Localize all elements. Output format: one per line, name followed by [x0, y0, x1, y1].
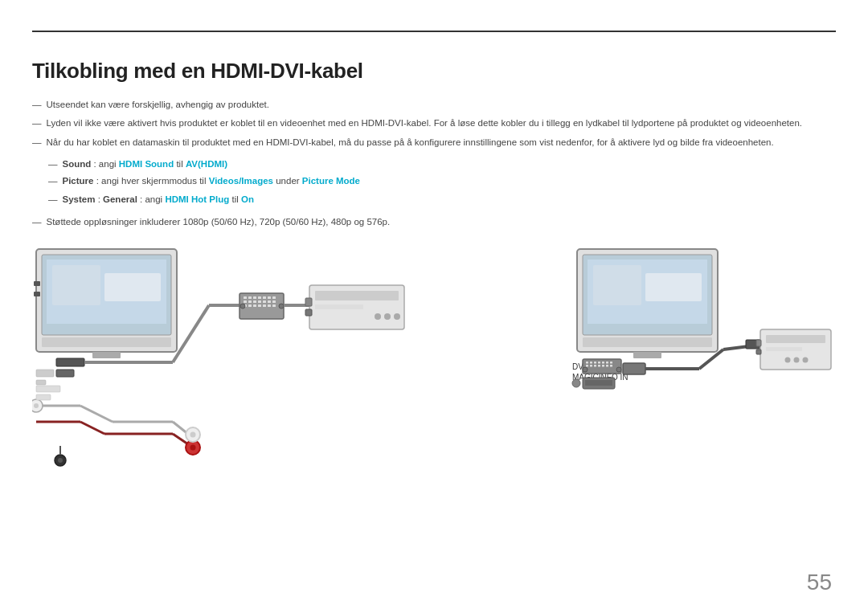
svg-rect-37	[272, 304, 276, 307]
svg-rect-85	[586, 365, 588, 367]
svg-rect-86	[590, 365, 592, 367]
svg-line-56	[80, 422, 104, 434]
svg-rect-18	[248, 296, 252, 299]
svg-rect-10	[56, 370, 74, 377]
svg-point-38	[240, 304, 245, 309]
svg-rect-82	[602, 362, 604, 364]
svg-point-106	[803, 358, 809, 363]
svg-rect-12	[36, 380, 46, 385]
picture-mode-label: Picture Mode	[302, 176, 360, 186]
right-diagram-svg: DVI / MAGICINFO IN	[450, 245, 836, 534]
bullet-system: System : General : angi HDMI Hot Plug ti…	[48, 193, 836, 206]
svg-rect-91	[610, 365, 612, 367]
bullet-sound: Sound : angi HDMI Sound til AV(HDMI)	[48, 157, 836, 171]
svg-rect-33	[253, 304, 256, 307]
svg-rect-43	[315, 304, 363, 309]
svg-rect-90	[606, 365, 608, 367]
system-label: System	[63, 194, 96, 204]
svg-rect-107	[756, 340, 761, 346]
svg-point-62	[190, 432, 196, 438]
on-label: On	[241, 194, 254, 204]
svg-rect-25	[248, 300, 252, 303]
svg-rect-79	[590, 362, 592, 364]
note-line-3: Når du har koblet en datamaskin til prod…	[32, 136, 836, 149]
svg-rect-84	[610, 362, 612, 364]
svg-rect-108	[756, 349, 761, 354]
picture-label: Picture	[63, 176, 94, 186]
svg-rect-4	[104, 273, 161, 301]
svg-rect-72	[645, 273, 702, 301]
svg-point-45	[384, 313, 391, 320]
svg-point-109	[572, 379, 580, 387]
bullet-picture: Picture : angi hver skjermmodus til Vide…	[48, 174, 836, 188]
svg-rect-9	[56, 358, 84, 366]
page-title: Tilkobling med en HDMI-DVI-kabel	[32, 59, 836, 84]
av-hdmi-label: AV(HDMI)	[186, 159, 227, 169]
svg-rect-3	[52, 265, 100, 305]
svg-rect-27	[258, 300, 261, 303]
note-line-1: Utseendet kan være forskjellig, avhengig…	[32, 98, 836, 112]
svg-point-54	[34, 403, 39, 408]
svg-rect-36	[268, 304, 271, 307]
main-content: Tilkobling med en HDMI-DVI-kabel Utseend…	[32, 44, 836, 234]
svg-line-14	[173, 305, 209, 362]
note-line-2: Lyden vil ikke være aktivert hvis produk…	[32, 116, 836, 130]
svg-point-104	[785, 358, 791, 363]
svg-rect-11	[36, 370, 54, 377]
general-label: General	[103, 194, 137, 204]
svg-line-50	[80, 406, 113, 422]
svg-rect-34	[258, 304, 261, 307]
notes-section: Utseendet kan være forskjellig, avhengig…	[32, 98, 836, 149]
svg-rect-80	[594, 362, 596, 364]
svg-rect-83	[606, 362, 608, 364]
svg-rect-30	[272, 300, 276, 303]
svg-rect-24	[244, 300, 247, 303]
hdmi-sound-label: HDMI Sound	[119, 159, 174, 169]
svg-rect-87	[594, 365, 596, 367]
svg-point-93	[616, 367, 621, 372]
svg-rect-78	[586, 362, 588, 364]
svg-point-60	[190, 445, 196, 451]
svg-point-39	[279, 304, 284, 309]
svg-rect-20	[258, 296, 261, 299]
hotplug-label: HDMI Hot Plug	[165, 194, 229, 204]
svg-rect-95	[585, 380, 612, 386]
sound-label: Sound	[63, 159, 92, 169]
svg-rect-89	[602, 365, 604, 367]
svg-rect-21	[263, 296, 266, 299]
left-diagram-svg	[32, 245, 418, 534]
svg-rect-48	[305, 309, 312, 316]
bullet-section: Sound : angi HDMI Sound til AV(HDMI) Pic…	[48, 157, 836, 207]
svg-rect-35	[263, 304, 266, 307]
svg-rect-29	[268, 300, 271, 303]
svg-rect-74	[633, 352, 661, 358]
svg-rect-32	[248, 304, 252, 307]
videos-images-label: Videos/Images	[209, 176, 273, 186]
svg-rect-17	[244, 296, 247, 299]
svg-rect-6	[92, 352, 121, 358]
svg-rect-67	[36, 394, 51, 400]
svg-point-105	[794, 358, 800, 363]
svg-point-46	[394, 313, 400, 320]
page-number: 55	[807, 570, 832, 595]
top-bar	[32, 31, 836, 32]
svg-rect-28	[263, 300, 266, 303]
svg-rect-23	[272, 296, 276, 299]
svg-rect-73	[583, 337, 712, 347]
svg-rect-47	[305, 298, 312, 306]
svg-point-64	[58, 458, 63, 463]
svg-rect-42	[315, 291, 399, 300]
svg-rect-81	[598, 362, 600, 364]
svg-rect-103	[766, 347, 802, 351]
svg-rect-66	[36, 386, 60, 392]
svg-rect-7	[34, 281, 40, 286]
svg-rect-19	[253, 296, 256, 299]
svg-rect-22	[268, 296, 271, 299]
svg-rect-102	[766, 335, 825, 343]
diagrams-area: DVI / MAGICINFO IN	[32, 245, 836, 550]
svg-point-44	[375, 313, 381, 320]
svg-rect-8	[34, 292, 40, 296]
svg-rect-71	[593, 265, 641, 305]
svg-rect-26	[253, 300, 256, 303]
svg-point-92	[583, 367, 588, 372]
